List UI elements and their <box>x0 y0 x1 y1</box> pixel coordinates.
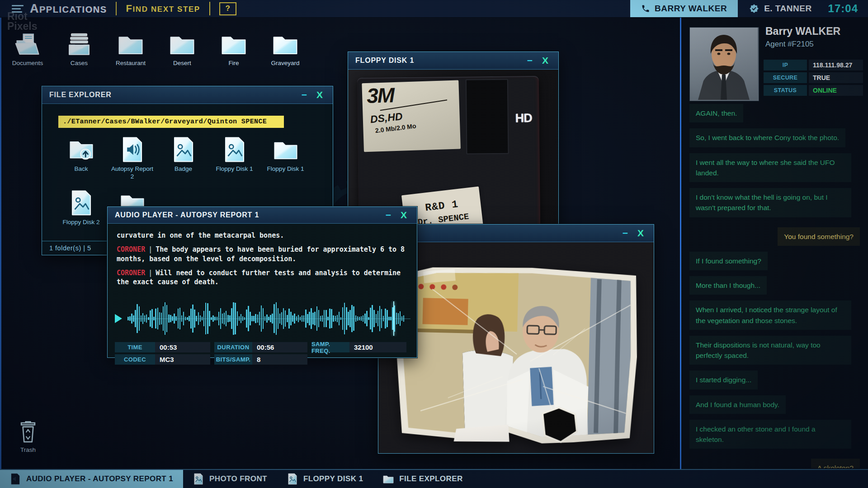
file-item-floppy-disk-1-image[interactable]: Floppy Disk 1 <box>209 136 260 190</box>
chat-message: So, I went back to where Cony took the p… <box>689 128 845 147</box>
file-item-floppy-disk-2[interactable]: Floppy Disk 2 <box>56 190 107 243</box>
trash[interactable]: Trash <box>10 420 46 453</box>
taskbar-item-floppy-disk-1[interactable]: FLOPPY DISK 1 <box>277 470 373 488</box>
path-bar: ./ETanner/Cases/BWalker/Graveyard/Quinto… <box>58 116 284 128</box>
desktop-icon-restaurant[interactable]: Restaurant <box>105 33 156 66</box>
contact-sidebar: Barry WALKER Agent #F2105 IP 118.111.98.… <box>680 17 868 469</box>
chat-log: AGAIN, then. So, I went back to where Co… <box>681 103 868 468</box>
chat-message: I don't know what the hell is going on, … <box>689 188 851 217</box>
chat-message: More than I though... <box>689 276 767 295</box>
minimize-button[interactable]: − <box>522 52 538 69</box>
ip-label: IP <box>764 60 807 70</box>
duration-value: 00:56 <box>252 342 307 352</box>
folder-icon <box>118 33 143 56</box>
tab-e-tanner[interactable]: E. TANNER <box>738 0 822 17</box>
desktop-icon-graveyard[interactable]: Graveyard <box>259 33 311 66</box>
disk-brand: 3M <box>367 84 455 105</box>
file-item-autopsy-report-2[interactable]: Autopsy Report 2 <box>107 136 158 190</box>
find-next-step-button[interactable]: FIND NEXT STEP <box>126 3 200 14</box>
contact-fields: IP 118.111.98.27 SECURE TRUE STATUS ONLI… <box>764 60 863 96</box>
icon-label: Desert <box>173 60 191 66</box>
bits-value: 8 <box>252 354 307 365</box>
window-title: AUDIO PLAYER - AUTOPSY REPORT 1 <box>115 211 381 219</box>
taskbar-item-audio-player[interactable]: AUDIO PLAYER - AUTOPSY REPORT 1 <box>0 470 183 488</box>
image-file-icon <box>193 473 204 485</box>
icon-label: Restaurant <box>116 60 146 66</box>
time-value: 00:53 <box>155 342 210 352</box>
sample-freq-label: SAMP. FREQ. <box>311 342 349 352</box>
playhead[interactable] <box>393 301 394 336</box>
folder-up-icon <box>69 136 94 163</box>
close-button[interactable]: X <box>633 225 648 241</box>
desktop-icon-row: Documents Cases Restaurant Desert Fire G… <box>2 33 311 66</box>
top-menu-bar: APPLICATIONS FIND NEXT STEP ? BARRY WALK… <box>0 0 868 18</box>
topbar-divider <box>116 2 117 15</box>
image-file-icon <box>171 136 196 163</box>
desktop-left-border <box>0 17 1 488</box>
chat-message: I checked an other stone and I found a s… <box>689 420 851 449</box>
chat-message: I started digging... <box>689 371 758 389</box>
icon-label: Fire <box>228 60 239 66</box>
desktop-icon-documents[interactable]: Documents <box>2 33 53 66</box>
transcript-line: curvature in one of the metacarpal bones… <box>117 231 408 240</box>
minimize-button[interactable]: − <box>297 87 312 103</box>
chat-message-player: You found something? <box>778 227 860 246</box>
audio-player-titlebar[interactable]: AUDIO PLAYER - AUTOPSY REPORT 1 − X <box>108 207 417 224</box>
tab-barry-walker[interactable]: BARRY WALKER <box>630 0 738 17</box>
window-title: FLOPPY DISK 1 <box>355 56 522 65</box>
taskbar-item-file-explorer[interactable]: FILE EXPLORER <box>373 470 472 488</box>
folder-icon <box>221 33 246 56</box>
codec-value: MC3 <box>155 354 210 365</box>
badge-check-icon <box>749 3 760 14</box>
file-item-floppy-disk-1-folder[interactable]: Floppy Disk 1 <box>260 136 311 190</box>
minimize-button[interactable]: − <box>618 225 633 241</box>
photo-front-titlebar[interactable]: − X <box>378 225 654 242</box>
close-button[interactable]: X <box>312 87 327 103</box>
icon-label: Graveyard <box>271 60 299 66</box>
secure-label: SECURE <box>764 72 807 83</box>
taskbar-item-photo-front[interactable]: PHOTO FRONT <box>183 470 277 488</box>
close-button[interactable]: X <box>538 52 553 69</box>
close-button[interactable]: X <box>396 207 411 223</box>
phone-icon <box>641 4 650 13</box>
chat-message: I went all the way to where she said the… <box>689 153 851 183</box>
menu-icon[interactable] <box>12 3 24 14</box>
waveform-row <box>112 300 410 338</box>
applications-menu[interactable]: APPLICATIONS <box>30 2 107 16</box>
floppy-disk-titlebar[interactable]: FLOPPY DISK 1 − X <box>348 52 558 70</box>
time-label: TIME <box>115 342 155 352</box>
file-explorer-titlebar[interactable]: FILE EXPLORER − X <box>42 86 333 104</box>
open-folder-icon <box>15 33 40 56</box>
tab-label: E. TANNER <box>764 4 811 14</box>
chat-message: When I arrived, I noticed the strange la… <box>689 300 851 330</box>
contact-subtitle: Agent #F2105 <box>765 40 814 49</box>
play-button[interactable] <box>115 314 122 323</box>
image-file-icon <box>222 136 247 163</box>
help-button[interactable]: ? <box>219 2 236 15</box>
minimize-button[interactable]: − <box>381 207 396 223</box>
file-item-back[interactable]: Back <box>56 136 107 190</box>
audio-player-body: curvature in one of the metacarpal bones… <box>108 224 417 357</box>
topbar-divider <box>209 2 210 15</box>
torn-photo-image <box>393 261 641 447</box>
waveform-bars <box>127 300 405 337</box>
folder-icon <box>383 473 394 485</box>
chat-message: If I found something? <box>689 252 768 270</box>
status-value: ONLINE <box>809 85 863 96</box>
waveform[interactable] <box>127 300 410 337</box>
transcript-line: CORONER|Will need to conduct further tes… <box>117 268 408 287</box>
desktop-icon-desert[interactable]: Desert <box>156 33 208 66</box>
audio-player-window: AUDIO PLAYER - AUTOPSY REPORT 1 − X curv… <box>107 206 417 358</box>
file-item-badge[interactable]: Badge <box>158 136 209 190</box>
disk-top-label: 3M DS,HD 2.0 Mb/2.0 Mo <box>362 80 461 152</box>
desktop-icon-fire[interactable]: Fire <box>208 33 259 66</box>
bits-label: BITS/SAMP. <box>214 354 252 365</box>
image-file-icon <box>69 190 94 216</box>
audio-stats-row-2: CODEC MC3 BITS/SAMP. 8 <box>115 354 311 365</box>
transcript-line: CORONER|The body appears to have been bu… <box>117 245 408 263</box>
chat-message: Their dispositions is not natural, way t… <box>689 336 851 365</box>
icon-label: Documents <box>12 60 43 66</box>
desktop-icon-cases[interactable]: Cases <box>53 33 105 66</box>
audio-file-icon <box>120 136 145 163</box>
clock: 17:04 <box>828 2 858 15</box>
